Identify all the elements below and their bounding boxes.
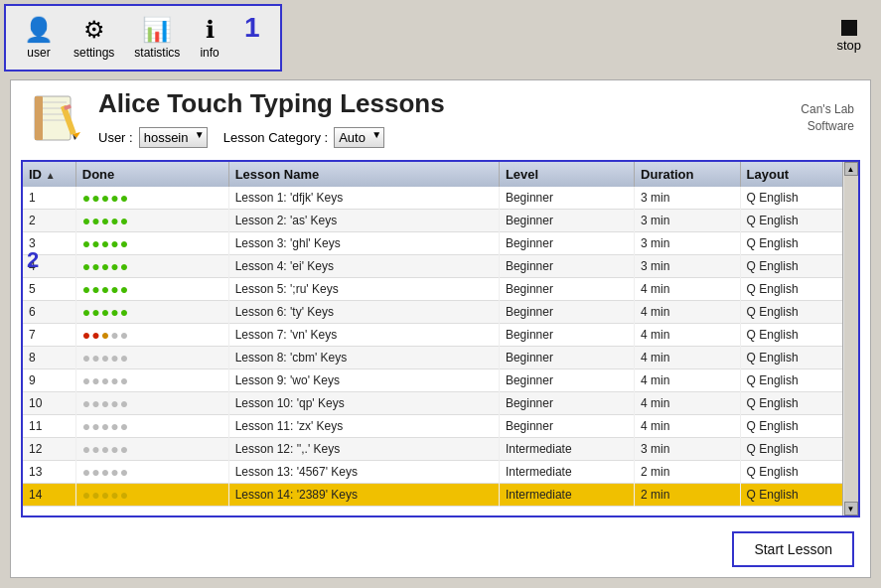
start-lesson-button[interactable]: Start Lesson [732,531,854,567]
cell-level: Beginner [499,255,634,278]
category-select-wrapper[interactable]: Auto [334,127,384,148]
cell-lesson-name: Lesson 1: 'dfjk' Keys [228,187,499,210]
info-icon: ℹ [206,16,215,44]
table-scrollbar[interactable]: ▲ ▼ [842,162,858,515]
table-row[interactable]: 1 ●●●●● Lesson 1: 'dfjk' Keys Beginner 3… [23,187,858,210]
cell-duration: 4 min [635,347,741,369]
cell-id: 11 [23,415,75,438]
user-select-wrapper[interactable]: hossein [139,127,208,148]
table-body: 1 ●●●●● Lesson 1: 'dfjk' Keys Beginner 3… [23,187,858,507]
toolbar-info-label: info [200,46,219,60]
brand-label: Can's LabSoftware [801,101,854,135]
cell-layout: Q English [740,255,857,278]
table-row[interactable]: 2 ●●●●● Lesson 2: 'as' Keys Beginner 3 m… [23,210,858,232]
scroll-up-arrow[interactable]: ▲ [844,162,858,176]
main-panel: Alice Touch Typing Lessons User : hossei… [10,79,871,578]
cell-duration: 4 min [635,369,741,392]
toolbar-statistics[interactable]: 📊 statistics [124,12,190,64]
table-row[interactable]: 12 ●●●●● Lesson 12: '',.' Keys Intermedi… [23,438,858,461]
cell-done: ●●●●● [75,232,228,255]
stop-icon [841,20,857,36]
table-row[interactable]: 10 ●●●●● Lesson 10: 'qp' Keys Beginner 4… [23,392,858,415]
table-row[interactable]: 9 ●●●●● Lesson 9: 'wo' Keys Beginner 4 m… [23,369,858,392]
cell-duration: 4 min [635,324,741,347]
lesson-table-container: ID ▲ Done Lesson Name Level Duration Lay… [21,160,860,517]
user-select[interactable]: hossein [139,127,208,148]
lesson-table: ID ▲ Done Lesson Name Level Duration Lay… [23,162,858,507]
cell-done: ●●●●● [75,369,228,392]
col-id: ID ▲ [23,162,75,187]
col-done: Done [75,162,228,187]
table-header: ID ▲ Done Lesson Name Level Duration Lay… [23,162,858,187]
sort-arrow: ▲ [46,170,56,181]
cell-layout: Q English [740,324,857,347]
cell-lesson-name: Lesson 2: 'as' Keys [228,210,499,232]
toolbar-info[interactable]: ℹ info [190,12,228,64]
table-row[interactable]: 13 ●●●●● Lesson 13: '4567' Keys Intermed… [23,461,858,484]
cell-done: ●●●●● [75,347,228,369]
cell-lesson-name: Lesson 13: '4567' Keys [228,461,499,484]
cell-id: 12 [23,438,75,461]
table-row[interactable]: 5 ●●●●● Lesson 5: ';ru' Keys Beginner 4 … [23,278,858,301]
toolbar-settings[interactable]: ⚙ settings [64,12,124,64]
cell-done: ●●●●● [75,210,228,232]
toolbar-user-label: user [27,46,50,60]
stop-button[interactable]: stop [836,20,861,53]
cell-id: 6 [23,301,75,324]
table-row[interactable]: 3 ●●●●● Lesson 3: 'ghl' Keys Beginner 3 … [23,232,858,255]
cell-id: 14 [23,484,75,507]
cell-level: Intermediate [499,461,634,484]
cell-done: ●●●●● [75,187,228,210]
cell-level: Beginner [499,347,634,369]
toolbar-user[interactable]: 👤 user [14,12,64,64]
cell-lesson-name: Lesson 5: ';ru' Keys [228,278,499,301]
table-row[interactable]: 7 ●●●●● Lesson 7: 'vn' Keys Beginner 4 m… [23,324,858,347]
col-lesson-name: Lesson Name [228,162,499,187]
controls-row: User : hossein Lesson Category : Auto [98,127,801,148]
cell-id: 13 [23,461,75,484]
cell-lesson-name: Lesson 11: 'zx' Keys [228,415,499,438]
app-title: Alice Touch Typing Lessons [98,88,801,119]
cell-duration: 3 min [635,187,741,210]
cell-lesson-name: Lesson 10: 'qp' Keys [228,392,499,415]
cell-level: Beginner [499,301,634,324]
cell-level: Beginner [499,415,634,438]
cell-id: 9 [23,369,75,392]
cell-lesson-name: Lesson 9: 'wo' Keys [228,369,499,392]
cell-duration: 4 min [635,278,741,301]
cell-layout: Q English [740,415,857,438]
cell-id: 1 [23,187,75,210]
cell-layout: Q English [740,461,857,484]
cell-duration: 4 min [635,415,741,438]
bottom-row: Start Lesson [11,521,870,577]
cell-level: Intermediate [499,484,634,507]
cell-done: ●●●●● [75,278,228,301]
cell-layout: Q English [740,232,857,255]
category-select[interactable]: Auto [334,127,384,148]
cell-duration: 3 min [635,232,741,255]
notebook-icon [27,88,86,148]
cell-layout: Q English [740,187,857,210]
cell-lesson-name: Lesson 7: 'vn' Keys [228,324,499,347]
scroll-down-arrow[interactable]: ▼ [844,502,858,515]
cell-done: ●●●●● [75,255,228,278]
app-header: Alice Touch Typing Lessons User : hossei… [11,80,870,156]
cell-layout: Q English [740,392,857,415]
table-row[interactable]: 4 ●●●●● Lesson 4: 'ei' Keys Beginner 3 m… [23,255,858,278]
cell-duration: 3 min [635,438,741,461]
cell-duration: 2 min [635,461,741,484]
user-label: User : [98,130,133,145]
cell-layout: Q English [740,369,857,392]
table-row[interactable]: 6 ●●●●● Lesson 6: 'ty' Keys Beginner 4 m… [23,301,858,324]
table-row[interactable]: 14 ●●●●● Lesson 14: '2389' Keys Intermed… [23,484,858,507]
cell-level: Beginner [499,392,634,415]
cell-duration: 3 min [635,255,741,278]
table-row[interactable]: 11 ●●●●● Lesson 11: 'zx' Keys Beginner 4… [23,415,858,438]
cell-lesson-name: Lesson 3: 'ghl' Keys [228,232,499,255]
table-row[interactable]: 8 ●●●●● Lesson 8: 'cbm' Keys Beginner 4 … [23,347,858,369]
cell-duration: 4 min [635,301,741,324]
cell-done: ●●●●● [75,392,228,415]
cell-id: 8 [23,347,75,369]
cell-done: ●●●●● [75,484,228,507]
cell-level: Beginner [499,187,634,210]
